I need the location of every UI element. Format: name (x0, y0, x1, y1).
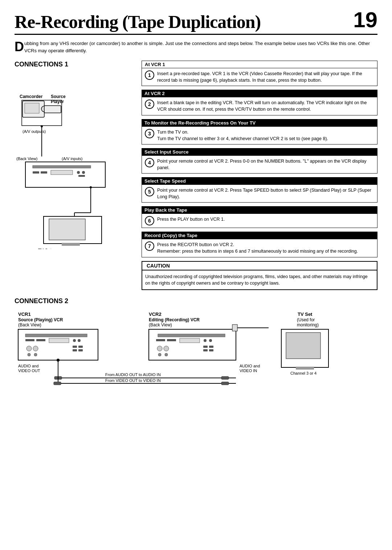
svg-text:Player: Player (51, 99, 64, 104)
svg-point-9 (41, 125, 43, 127)
svg-text:Camcorder: Camcorder (20, 94, 43, 99)
svg-rect-17 (41, 171, 47, 174)
step-4-number: 4 (145, 158, 154, 167)
svg-rect-16 (33, 171, 39, 174)
svg-point-78 (165, 353, 168, 356)
page-title-text: Re-Recording (Tape Duplication) (15, 11, 261, 32)
svg-rect-46 (73, 346, 77, 348)
drop-cap: D (15, 40, 24, 53)
page-number: 19 (353, 7, 377, 32)
step-3-number: 3 (145, 129, 154, 138)
step-3-header-text: To Monitor the Re-Recording Process On Y… (144, 120, 256, 126)
svg-text:(Back View): (Back View) (16, 156, 37, 161)
step-1: At VCR 1 1 Insert a pre-recorded tape. V… (142, 61, 377, 86)
svg-point-75 (157, 346, 162, 351)
svg-rect-38 (36, 339, 45, 341)
svg-rect-18 (51, 170, 73, 175)
svg-rect-36 (25, 334, 87, 337)
svg-rect-21 (78, 175, 85, 177)
svg-rect-92 (296, 367, 314, 370)
svg-text:(Used for: (Used for (297, 317, 315, 322)
svg-text:TV Set: TV Set (298, 311, 313, 317)
caution-box: CAUTION Unauthorized recording of copyri… (142, 261, 377, 290)
svg-rect-71 (167, 339, 176, 341)
svg-rect-69 (158, 334, 225, 337)
svg-rect-37 (25, 339, 34, 341)
svg-text:VCR2: VCR2 (149, 311, 162, 317)
step-3-header: To Monitor the Re-Recording Process On Y… (142, 119, 377, 127)
svg-text:monitoring): monitoring) (297, 322, 319, 327)
svg-point-44 (28, 353, 30, 356)
svg-point-77 (158, 353, 161, 356)
step-1-body: 1 Insert a pre-recorded tape. VCR 1 is t… (142, 68, 377, 86)
svg-text:VIDEO OUT: VIDEO OUT (18, 368, 40, 373)
step-6-header: Play Back the Tape (142, 206, 377, 214)
connections1-diagram: Camcorder Source Player (A/V outputs) (B… (15, 71, 131, 249)
step-6-number: 6 (145, 216, 154, 225)
step-1-number: 1 (145, 70, 154, 80)
step-6: Play Back the Tape 6 Press the PLAY butt… (142, 206, 377, 228)
svg-text:AUDIO and: AUDIO and (240, 364, 260, 368)
step-7: Record (Copy) the Tape 7 Press the REC/O… (142, 232, 377, 257)
svg-rect-56 (221, 376, 229, 379)
step-6-header-text: Play Back the Tape (144, 207, 187, 213)
caution-body: Unauthorized recording of copyrighted te… (142, 270, 377, 289)
svg-rect-81 (203, 349, 208, 351)
svg-text:Editing (Recording) VCR: Editing (Recording) VCR (149, 317, 200, 322)
svg-text:(A/V outputs): (A/V outputs) (23, 129, 46, 134)
svg-text:TV Set: TV Set (38, 248, 52, 249)
step-3-text: Turn the TV on. Turn the TV channel to e… (157, 129, 328, 142)
svg-text:AUDIO and: AUDIO and (18, 364, 38, 368)
connections2-heading: CONNECTIONS 2 (15, 297, 377, 305)
step-4-header: Select Input Source (142, 148, 377, 156)
connections2-diagram: VCR1 Source (Playing) VCR (Back View) AU… (15, 309, 377, 389)
caution-header: CAUTION (142, 262, 377, 270)
step-7-header: Record (Copy) the Tape (142, 232, 377, 239)
svg-rect-70 (156, 339, 165, 341)
main-layout: CONNECTIONS 1 Camcorder Source Player (A… (15, 61, 377, 290)
svg-point-20 (82, 171, 85, 174)
page-title-bar: Re-Recording (Tape Duplication) 19 (15, 7, 377, 35)
svg-text:From VIDEO OUT to VIDEO IN: From VIDEO OUT to VIDEO IN (105, 378, 161, 383)
svg-rect-72 (180, 338, 200, 343)
svg-rect-29 (62, 243, 80, 246)
step-2-number: 2 (145, 99, 154, 109)
step-7-header-text: Record (Copy) the Tape (144, 233, 197, 238)
step-2-text: Insert a blank tape in the editing VCR. … (157, 99, 374, 113)
connections1-heading: CONNECTIONS 1 (15, 61, 134, 68)
step-7-text: Press the REC/OTR button on VCR 2. Remem… (157, 241, 358, 254)
svg-point-73 (204, 339, 207, 342)
svg-rect-61 (221, 382, 229, 385)
step-5-body: 5 Point your remote control at VCR 2. Pr… (142, 185, 377, 203)
svg-rect-59 (54, 382, 61, 385)
svg-text:From AUDIO OUT to AUDIO IN: From AUDIO OUT to AUDIO IN (105, 372, 161, 377)
svg-point-41 (78, 339, 81, 342)
step-3: To Monitor the Re-Recording Process On Y… (142, 119, 377, 144)
svg-rect-28 (49, 219, 85, 240)
svg-point-40 (73, 339, 76, 342)
step-4-text: Point your remote control at VCR 2. Pres… (157, 158, 374, 171)
svg-rect-48 (73, 349, 77, 351)
svg-rect-47 (78, 346, 83, 348)
svg-rect-5 (25, 103, 39, 113)
intro-paragraph: D ubbing from any VHS recorder (or camco… (15, 40, 377, 54)
svg-rect-79 (203, 346, 208, 348)
svg-point-43 (33, 346, 38, 351)
step-6-text: Press the PLAY button on VCR 1. (157, 216, 225, 223)
svg-text:Source (Playing) VCR: Source (Playing) VCR (18, 317, 63, 322)
step-2-body: 2 Insert a blank tape in the editing VCR… (142, 97, 377, 115)
step-2: At VCR 2 2 Insert a blank tape in the ed… (142, 90, 377, 115)
svg-rect-39 (49, 338, 69, 343)
step-5-text: Point your remote control at VCR 2. Pres… (157, 187, 374, 200)
svg-point-76 (164, 346, 169, 351)
svg-rect-80 (209, 346, 213, 348)
step-5-number: 5 (145, 187, 154, 196)
step-6-body: 6 Press the PLAY button on VCR 1. (142, 214, 377, 228)
svg-text:(Back View): (Back View) (149, 322, 172, 327)
connections2-section: CONNECTIONS 2 VCR1 Source (Playing) VCR … (15, 297, 377, 389)
svg-rect-91 (286, 333, 320, 359)
svg-rect-82 (209, 349, 213, 351)
svg-text:VCR1: VCR1 (18, 311, 31, 317)
step-2-header: At VCR 2 (142, 90, 377, 97)
step-7-number: 7 (145, 241, 154, 251)
